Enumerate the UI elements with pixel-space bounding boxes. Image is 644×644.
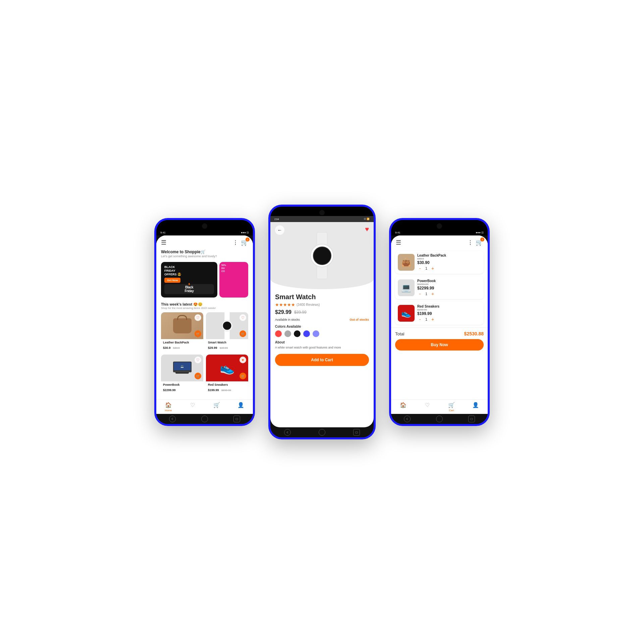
nav-profile-3[interactable]: 👤 [464,402,488,412]
nav-wishlist-3[interactable]: ♡ [415,402,439,412]
add-cart-watch-button[interactable]: 🛒 [239,330,246,337]
wishlist-sneaker-button[interactable]: ♥ [239,357,246,363]
add-to-cart-button[interactable]: Add to Cart [275,354,369,366]
bf-tag-shape [189,283,190,285]
qty-num-bag: 1 [425,266,427,270]
nav-wishlist-1[interactable]: ♡ [180,402,205,412]
promo-banner-side[interactable]: 50% DU CO [219,262,248,298]
profile-nav-icon-3: 👤 [472,402,479,408]
home-system-button-1[interactable] [201,416,208,422]
add-cart-bag-button[interactable]: 🛒 [195,330,201,337]
color-purple[interactable] [313,330,319,337]
product-card-bag[interactable]: ♡ 🛒 Leather BackPack $30.9 $40.9 [161,312,203,352]
qty-minus-sneaker[interactable]: - [417,317,423,322]
wishlist-laptop-button[interactable]: ♡ [195,357,201,363]
product-card-watch[interactable]: ♡ 🛒 Smart Watch $29.99 $39.99 [206,312,248,352]
laptop-stand [175,372,189,374]
back-system-button-1[interactable] [169,416,176,422]
product-name-laptop: PowerBook [163,383,201,386]
wishlist-button[interactable]: ♥ [365,225,369,233]
back-button[interactable]: ← [275,225,284,235]
home-system-button-2[interactable] [319,429,325,436]
buy-now-button[interactable]: Buy Now [395,339,484,351]
colors-section: Colors Available [275,325,369,337]
bottom-nav-3: 🏠 ♡ 🛒 Cart 👤 [391,399,488,414]
stars-display: ★★★★★ [275,302,295,307]
color-black[interactable] [294,330,301,337]
in-stock-label: Available in stocks [275,318,300,321]
cart-item-img-laptop: 💻 [398,279,415,296]
color-red[interactable] [275,330,282,337]
time-3: 9:41 [395,231,400,234]
banner-title: BLACKFRIDAYOFFERS 😎 [164,265,214,276]
sneaker-cart-icon: 👟 [401,309,411,318]
product-info-bag: Leather BackPack $30.9 $40.9 [161,339,203,352]
bag-cart-icon: 👜 [401,258,411,267]
color-blue[interactable] [303,330,310,337]
promo-line-3: CO [221,270,246,272]
qty-minus-bag[interactable]: - [417,266,423,271]
back-system-button-2[interactable] [284,429,291,436]
get-now-button[interactable]: Get Now [164,278,180,283]
product-detail-name: Smart Watch [275,293,369,301]
cart-item-price-old-sneaker: $299.99 [417,308,481,311]
detail-price-old: $39.99 [294,310,307,315]
product-name-bag: Leather BackPack [163,341,201,344]
nav-home-3[interactable]: 🏠 [391,402,415,412]
welcome-subtitle: Let's get something awesome and lovely? [161,255,248,258]
color-gray[interactable] [284,330,291,337]
heart-nav-icon: ♡ [190,402,195,408]
qty-num-sneaker: 1 [425,317,427,321]
phone-3: 9:41 ●●● ⊡ ☰ ⋮ 🛒 3 [389,218,490,426]
colors-label: Colors Available [275,325,369,328]
add-cart-laptop-button[interactable]: 🛒 [195,373,201,379]
colors-row [275,330,369,337]
hamburger-menu-icon-3[interactable]: ☰ [396,239,401,246]
cart-item-price-bag: $30.90 [417,260,481,265]
product-card-sneaker[interactable]: 👟 ♥ 🛒 Red Sneakers $199.99 $299.99 [206,355,248,394]
wishlist-watch-button[interactable]: ♡ [239,314,246,321]
cart-icon-wrap-3[interactable]: 🛒 3 [476,239,483,246]
cart-footer: Total $2530.88 Buy Now [391,327,488,354]
product-info-watch: Smart Watch $29.99 $39.99 [206,339,248,352]
back-system-button-3[interactable] [404,416,411,422]
qty-plus-bag[interactable]: + [430,266,435,271]
cart-icon-wrap-1[interactable]: 🛒 1 [241,239,248,246]
recents-system-button-1[interactable] [233,416,240,422]
screen-1: ☰ ⋮ 🛒 1 Welcome to Shoppie🛒 Let's get so… [156,235,253,414]
more-icon-3[interactable]: ⋮ [468,239,473,246]
product-price-laptop: $2299.99 [163,388,176,392]
watch-face [223,322,231,330]
black-friday-banner[interactable]: BLACKFRIDAYOFFERS 😎 Get Now BlackFriday [161,262,217,298]
bag-icon [173,318,192,333]
section-heading: This week's latest 😍😊 [161,302,248,307]
profile-nav-icon: 👤 [237,402,244,408]
recents-system-button-3[interactable] [468,416,475,422]
add-cart-sneaker-button[interactable]: 🛒 [239,373,246,379]
reviews-count: (3400 Reviews) [297,303,320,307]
nav-cart-3[interactable]: 🛒 Cart [439,402,464,412]
home-system-button-3[interactable] [436,416,443,422]
cart-item-laptop: 💻 PowerBook $3299.99 $2299.99 - 1 + [395,276,484,299]
hamburger-menu-icon[interactable]: ☰ [161,239,166,246]
nav-profile-1[interactable]: 👤 [229,402,253,412]
more-icon[interactable]: ⋮ [233,239,238,246]
notch-bar-3 [391,220,488,229]
app-screen-3: ☰ ⋮ 🛒 3 👜 [391,235,488,399]
cart-item-price-old-laptop: $3299.99 [417,283,481,286]
notch-bar-2 [270,207,374,216]
cart-list: 👜 Leather BackPack $40.9 $30.90 - 1 + [391,248,488,327]
phone-bottom-bar-3 [391,414,488,424]
product-price-sneaker: $199.99 [208,388,219,392]
qty-plus-sneaker[interactable]: + [430,317,435,322]
nav-home-1[interactable]: 🏠 Home [156,402,180,412]
wishlist-bag-button[interactable]: ♡ [195,314,201,321]
qty-plus-laptop[interactable]: + [430,291,435,297]
recents-system-button-2[interactable] [353,429,360,436]
laptop-screen-inner: 💻 [174,362,191,370]
about-section: About A white smart watch with good feat… [275,340,369,350]
qty-minus-laptop[interactable]: - [417,291,423,297]
nav-cart-1[interactable]: 🛒 [205,402,229,412]
product-price-bag: $30.9 [163,346,171,350]
product-card-laptop[interactable]: 💻 ♡ 🛒 PowerBook [161,355,203,394]
